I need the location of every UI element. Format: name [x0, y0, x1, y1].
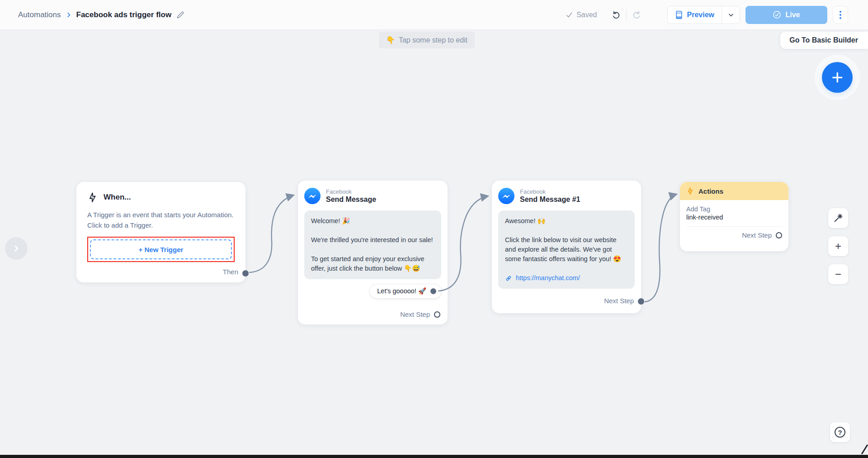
connector-then-to-message1 — [249, 195, 294, 272]
magic-wand-icon — [833, 213, 843, 223]
zoom-in-button[interactable]: + — [828, 236, 848, 256]
then-label: Then — [223, 268, 238, 276]
node-channel-label: Facebook — [520, 188, 580, 195]
trigger-node[interactable]: When... A Trigger is an event that start… — [76, 182, 245, 282]
point-down-emoji-icon: 👇 — [386, 36, 395, 44]
undo-icon — [611, 10, 621, 20]
node-title: Send Message #1 — [520, 196, 580, 204]
node-title: Send Message — [326, 196, 376, 204]
go-to-basic-builder-button[interactable]: Go To Basic Builder — [780, 32, 868, 49]
header-actions: Saved Preview Live — [566, 6, 848, 24]
live-button-label: Live — [785, 11, 800, 19]
send-message-node-1[interactable]: Facebook Send Message #1 Awesome! 🙌 Clic… — [492, 181, 641, 313]
zoom-out-button[interactable]: − — [828, 264, 848, 284]
screen-edge-bar — [0, 455, 868, 458]
tap-step-hint-label: Tap some step to edit — [399, 36, 467, 44]
question-mark-icon: ? — [835, 427, 845, 438]
preview-button[interactable]: Preview — [668, 6, 722, 24]
link-icon — [505, 275, 512, 282]
send-message-node[interactable]: Facebook Send Message Welcome! 🎉 We're t… — [298, 181, 448, 324]
chevron-right-icon — [12, 244, 20, 253]
message-link-label: https://manychat.com/ — [516, 273, 580, 283]
message-link[interactable]: https://manychat.com/ — [505, 273, 628, 283]
actions-node-title: Actions — [698, 187, 723, 195]
actions-node[interactable]: Actions Add Tag link-received Next Step — [680, 182, 788, 251]
chevron-right-icon — [66, 12, 72, 18]
actions-node-header: Actions — [680, 182, 788, 200]
preview-button-label: Preview — [687, 11, 714, 19]
redo-button[interactable] — [632, 10, 642, 20]
preview-dropdown-button[interactable] — [722, 6, 740, 24]
pencil-icon — [176, 10, 185, 19]
node-channel-label: Facebook — [326, 188, 376, 195]
add-node-button[interactable]: + — [822, 62, 853, 93]
divider — [626, 10, 627, 20]
next-step-output-port[interactable] — [776, 232, 782, 239]
then-output-port[interactable] — [242, 270, 249, 277]
help-button[interactable]: ? — [830, 422, 850, 442]
message-paragraph: Click the link below to visit our websit… — [505, 235, 628, 264]
phone-icon — [675, 10, 683, 19]
save-status: Saved — [566, 11, 597, 19]
message-paragraph: We're thrilled you're interested in our … — [311, 235, 434, 245]
message-paragraph: Awesome! 🙌 — [505, 216, 628, 226]
message-bubble: Awesome! 🙌 Click the link below to visit… — [498, 210, 635, 289]
canvas-zoom-toolbar: + − — [828, 208, 848, 284]
action-type-label: Add Tag — [686, 205, 782, 213]
minus-icon: − — [835, 268, 841, 281]
redo-icon — [632, 10, 642, 20]
message-paragraph: To get started and enjoy your exclusive … — [311, 254, 434, 273]
preview-split-button: Preview — [667, 6, 740, 24]
action-tag-value: link-received — [686, 214, 782, 221]
next-step-label: Next Step — [400, 310, 430, 318]
selection-highlight: + New Trigger — [87, 237, 235, 262]
message-paragraph: Welcome! 🎉 — [311, 216, 434, 226]
expand-sidebar-button[interactable] — [5, 237, 28, 260]
quick-reply-output-port[interactable] — [430, 288, 436, 294]
live-toggle-button[interactable]: Live — [745, 6, 827, 24]
next-step-output-port[interactable] — [638, 298, 644, 305]
chevron-down-icon — [728, 12, 734, 18]
tap-step-hint: 👇 Tap some step to edit — [379, 32, 475, 48]
messenger-icon — [304, 188, 321, 204]
trigger-node-title: When... — [104, 193, 131, 202]
breadcrumb-automations-link[interactable]: Automations — [18, 10, 61, 19]
undo-button[interactable] — [611, 10, 621, 20]
auto-arrange-button[interactable] — [828, 208, 848, 228]
trigger-description: A Trigger is an event that starts your A… — [87, 210, 235, 230]
cursor-artifact — [861, 444, 868, 454]
kebab-icon — [840, 11, 841, 19]
next-step-output-port[interactable] — [434, 311, 440, 318]
page-title: Facebook ads trigger flow — [76, 10, 172, 19]
check-icon — [566, 11, 573, 19]
next-step-label: Next Step — [742, 231, 772, 239]
lightning-icon — [686, 187, 694, 195]
lightning-icon — [87, 192, 98, 203]
check-circle-icon — [773, 10, 781, 19]
top-bar: Automations Facebook ads trigger flow Sa… — [0, 0, 868, 30]
more-options-button[interactable] — [833, 6, 848, 24]
plus-icon: + — [835, 240, 841, 253]
next-step-label: Next Step — [604, 297, 634, 305]
new-trigger-button[interactable]: + New Trigger — [90, 239, 232, 259]
breadcrumb: Automations Facebook ads trigger flow — [18, 10, 185, 19]
message-bubble: Welcome! 🎉 We're thrilled you're interes… — [304, 210, 441, 279]
connector-message2-to-actions — [645, 194, 677, 302]
quick-reply-button[interactable]: Let's gooooo! 🚀 — [370, 284, 441, 298]
quick-reply-label: Let's gooooo! 🚀 — [377, 287, 426, 295]
save-status-label: Saved — [576, 11, 597, 19]
messenger-icon — [498, 188, 514, 204]
rename-flow-button[interactable] — [176, 10, 185, 19]
